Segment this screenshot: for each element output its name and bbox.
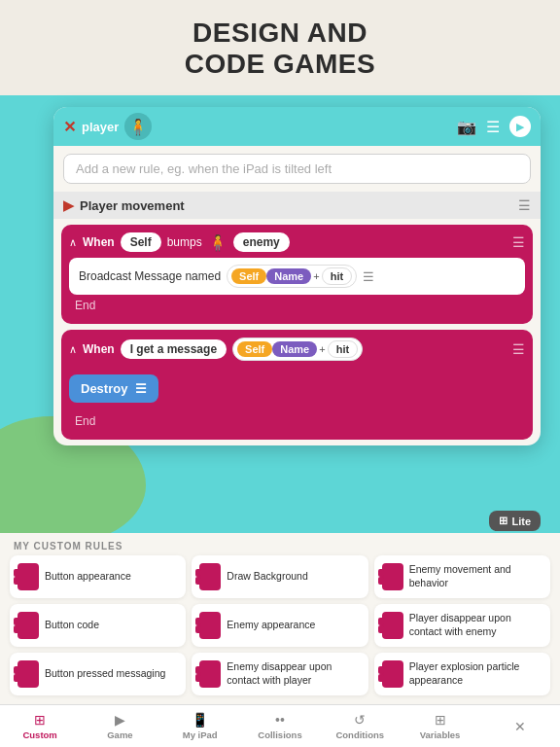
search-bar[interactable]: Add a new rule, eg. when the iPad is til… <box>63 154 531 184</box>
play-button[interactable]: ▶ <box>509 116 531 137</box>
plus-sign: + <box>311 270 321 282</box>
rule-group-icon: ▶ <box>63 197 74 213</box>
rule-card-3[interactable]: Button code <box>10 604 186 647</box>
rule-2-end: End <box>69 410 525 432</box>
destroy-label: Destroy <box>81 381 127 396</box>
message-pill-combo-2[interactable]: Self Name + hit <box>232 338 363 361</box>
nav-conditions[interactable]: ↺ Conditions <box>320 705 400 747</box>
get-message-label: I get a message <box>130 342 217 356</box>
rule-card-4[interactable]: Enemy appearance <box>192 604 368 647</box>
bottom-panel: MY CUSTOM RULES Button appearance Draw B… <box>0 533 560 747</box>
nav-conditions-icon: ↺ <box>354 712 366 728</box>
nav-variables[interactable]: ⊞ Variables <box>400 705 479 747</box>
plus-sign-2: + <box>317 343 327 355</box>
nav-game-icon: ▶ <box>115 712 125 728</box>
rule-card-text-6: Button pressed messaging <box>45 667 165 681</box>
when-label-1: When <box>83 235 115 249</box>
player-avatar[interactable]: 🧍 <box>124 113 152 140</box>
rule-card-text-5: Player disappear upon contact with enemy <box>409 612 542 638</box>
card-header: ✕ player 🧍 📷 ☰ ▶ <box>53 107 541 146</box>
rule-card-icon-2 <box>382 563 403 590</box>
card-header-right: 📷 ☰ ▶ <box>457 116 531 137</box>
rule-group-title: ▶ Player movement <box>63 197 185 213</box>
rule-card-1[interactable]: Draw Background <box>192 555 368 598</box>
lite-grid-icon: ⊞ <box>499 515 508 527</box>
hit-pill-2: hit <box>328 340 358 358</box>
page-title: DESIGN ANDCODE GAMES <box>19 18 541 80</box>
rule-card-text-2: Enemy movement and behavior <box>409 563 542 589</box>
destroy-menu-icon[interactable]: ☰ <box>135 381 147 396</box>
rule-card-icon-8 <box>382 660 403 688</box>
nav-close[interactable]: ✕ <box>480 705 560 747</box>
rule-card-0[interactable]: Button appearance <box>10 555 186 598</box>
nav-custom-label: Custom <box>22 729 56 740</box>
nav-conditions-label: Conditions <box>335 729 384 740</box>
rule-card-icon-3 <box>18 612 39 639</box>
rule-card-text-8: Player explosion particle appearance <box>409 660 542 687</box>
nav-custom-icon: ⊞ <box>34 712 46 728</box>
top-section: DESIGN ANDCODE GAMES <box>0 0 560 89</box>
nav-game-label: Game <box>107 729 132 740</box>
bumps-label: bumps <box>167 235 202 249</box>
rule-group-header: ▶ Player movement ☰ <box>53 192 541 219</box>
broadcast-label: Broadcast Message named <box>79 269 221 283</box>
nav-collisions-icon: •• <box>275 712 285 728</box>
self-gold-pill: Self <box>231 268 266 284</box>
rule-card-icon-5 <box>382 612 403 639</box>
card-header-left: ✕ player 🧍 <box>63 113 152 140</box>
rule-card-7[interactable]: Enemy disappear upon contact with player <box>192 653 368 695</box>
rule-card-6[interactable]: Button pressed messaging <box>10 653 186 695</box>
enemy-label: enemy <box>243 235 280 249</box>
rules-grid: Button appearance Draw Background Enemy … <box>0 555 560 695</box>
nav-game[interactable]: ▶ Game <box>80 705 159 747</box>
nav-myipad-icon: 📱 <box>192 712 208 728</box>
hamburger-icon[interactable]: ☰ <box>518 197 531 213</box>
rule-2-when-row: ∧ When I get a message Self Name + hit ☰ <box>69 338 525 361</box>
get-message-pill[interactable]: I get a message <box>121 339 227 359</box>
caret-icon-1: ∧ <box>69 236 77 249</box>
custom-rules-section-label: MY CUSTOM RULES <box>0 533 560 555</box>
self-pill-1[interactable]: Self <box>121 232 161 252</box>
camera-icon[interactable]: 📷 <box>457 118 476 136</box>
caret-icon-2: ∧ <box>69 343 77 356</box>
rule-card-icon-0 <box>18 563 39 590</box>
nav-myipad[interactable]: 📱 My iPad <box>160 705 240 747</box>
message-pill-combo[interactable]: Self Name + hit <box>227 265 357 288</box>
rule-1-when-row: ∧ When Self bumps 🧍 enemy ☰ <box>69 232 525 252</box>
rule-block-1: ∧ When Self bumps 🧍 enemy ☰ Broadcast Me… <box>61 225 533 324</box>
rule-card-text-4: Enemy appearance <box>227 619 315 632</box>
rule-2-menu[interactable]: ☰ <box>512 341 525 357</box>
nav-variables-icon: ⊞ <box>435 712 446 728</box>
name-purple-pill-2: Name <box>272 341 317 357</box>
rule-card-icon-1 <box>199 563 221 590</box>
destroy-block[interactable]: Destroy ☰ <box>69 374 158 403</box>
rule-card-5[interactable]: Player disappear upon contact with enemy <box>374 604 550 647</box>
close-button[interactable]: ✕ <box>63 118 76 136</box>
nav-myipad-label: My iPad <box>183 729 218 740</box>
rule-card-text-7: Enemy disappear upon contact with player <box>227 660 360 687</box>
self-gold-pill-2: Self <box>237 341 272 357</box>
nav-collisions-label: Collisions <box>258 729 301 740</box>
lite-label: Lite <box>511 516 531 527</box>
rule-1-menu[interactable]: ☰ <box>512 234 525 250</box>
when-label-2: When <box>83 342 115 356</box>
rule-card-8[interactable]: Player explosion particle appearance <box>374 653 550 695</box>
enemy-pill[interactable]: enemy <box>233 232 290 252</box>
hit-pill: hit <box>322 267 352 285</box>
list-icon[interactable]: ☰ <box>486 118 500 136</box>
lite-badge[interactable]: ⊞ Lite <box>489 511 541 531</box>
rule-card-2[interactable]: Enemy movement and behavior <box>374 555 550 598</box>
nav-collisions[interactable]: •• Collisions <box>240 705 320 747</box>
block-menu-icon[interactable]: ☰ <box>363 269 374 284</box>
main-card: ✕ player 🧍 📷 ☰ ▶ Add a new rule, eg. whe… <box>53 107 541 445</box>
broadcast-code-block: Broadcast Message named Self Name + hit … <box>69 258 525 295</box>
rule-card-icon-7 <box>199 660 221 688</box>
rule-card-icon-4 <box>199 612 221 639</box>
nav-custom[interactable]: ⊞ Custom <box>0 705 80 747</box>
player-label: player <box>82 120 119 134</box>
rule-card-icon-6 <box>18 660 39 688</box>
rule-card-text-3: Button code <box>45 619 99 632</box>
nav-variables-label: Variables <box>420 729 461 740</box>
rule-1-end: End <box>69 295 525 316</box>
name-purple-pill: Name <box>266 268 311 284</box>
